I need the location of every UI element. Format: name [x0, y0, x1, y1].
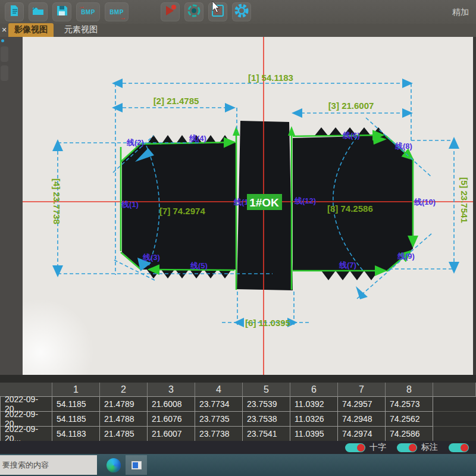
camera-image-view[interactable]: [1] 54.1183 [2] 21.4785 [3] 21.6007 [4] … [23, 37, 473, 375]
table-cell: 23.7539 [243, 397, 290, 412]
crosshair-toggle[interactable] [345, 443, 365, 452]
tab-element-view[interactable]: 元素视图 [58, 23, 104, 37]
table-cell: 23.7738 [195, 427, 243, 441]
row-timestamp: 2022-09-20... [0, 427, 52, 441]
table-cell: 54.1183 [52, 427, 100, 441]
application-window: → BMP BMP → [0, 0, 476, 476]
mouse-cursor-icon [212, 1, 221, 16]
main-area: [1] 54.1183 [2] 21.4785 [3] 21.6007 [4] … [0, 37, 476, 375]
open-folder-icon [32, 4, 45, 20]
line-4-label[interactable]: 线(4) [189, 134, 206, 143]
annotation-toggle[interactable] [397, 443, 417, 452]
bmp-import-button[interactable]: → BMP [76, 2, 100, 21]
save-icon [55, 4, 68, 20]
active-app-button[interactable] [126, 455, 147, 475]
dimension-1-label[interactable]: [1] 54.1183 [248, 73, 293, 83]
table-cell: 21.4785 [100, 427, 148, 441]
dimension-4-label[interactable]: [4] 23.7738 [52, 178, 62, 224]
tab-image-view[interactable]: 影像视图 [8, 23, 54, 37]
panel-button[interactable] [1, 46, 8, 62]
dimension-5-label[interactable]: [5] 23.7541 [459, 177, 469, 223]
results-table-section: 1 2 3 4 5 6 7 8 2022-09-20... 54.1185 21… [0, 375, 476, 441]
table-cell: 11.0395 [290, 427, 338, 441]
line-7-label[interactable]: 线(7) [339, 261, 356, 270]
table-cell: 23.7538 [243, 412, 290, 427]
left-panel-strip [0, 37, 23, 375]
windows-taskbar: 要搜索的内容 [0, 454, 476, 476]
table-cell: 23.7735 [195, 412, 243, 427]
right-edge-strip [473, 37, 476, 375]
line-10-label[interactable]: 线(10) [414, 198, 436, 206]
app-window-icon [131, 461, 142, 469]
table-cell: 54.1185 [52, 397, 100, 412]
aperture-icon [187, 4, 201, 20]
column-header: 6 [290, 383, 338, 397]
panel-button[interactable] [1, 65, 8, 81]
line-2-label[interactable]: 线(2) [126, 138, 144, 147]
column-header: 7 [338, 383, 386, 397]
bmp-export-button[interactable]: BMP → [105, 2, 129, 21]
view-tabbar: ✕ 影像视图 元素视图 [0, 24, 476, 37]
line-1-label[interactable]: 线(1) [121, 200, 139, 209]
table-cell: 21.6076 [148, 412, 195, 427]
bmp-import-icon: BMP [81, 9, 95, 15]
dimension-6-label[interactable]: [6] 11.0395 [245, 318, 290, 328]
new-file-icon [8, 4, 21, 20]
open-file-button[interactable] [29, 2, 48, 21]
settings-gear-icon [234, 3, 249, 21]
column-header: 1 [52, 383, 100, 397]
arrow-right-icon: → [120, 14, 126, 21]
table-cell: 11.0392 [290, 397, 338, 412]
search-input[interactable]: 要搜索的内容 [0, 455, 97, 475]
table-cell: 11.0326 [290, 412, 338, 427]
new-file-button[interactable] [5, 2, 24, 21]
table-cell: 21.6007 [148, 427, 195, 441]
annotation-toggle-label: 标注 [421, 442, 438, 453]
column-header: 5 [243, 383, 290, 397]
table-cell: 74.2974 [338, 427, 386, 441]
line-9-label[interactable]: 线(9) [397, 252, 415, 261]
table-cell: 74.2573 [386, 397, 433, 412]
run-capture-button[interactable] [161, 2, 180, 21]
extra-toggle[interactable] [449, 443, 469, 452]
line-12-label[interactable]: 线(12) [294, 196, 316, 205]
line-3-label[interactable]: 线(3) [142, 253, 160, 262]
dimension-8-label[interactable]: [8] 74.2586 [327, 203, 373, 214]
table-cell: 21.4789 [100, 397, 148, 412]
status-badge-text: 1#OK [249, 196, 279, 209]
table-cell: 74.2562 [386, 412, 433, 427]
table-cell: 23.7541 [243, 427, 290, 441]
status-dot-icon [1, 39, 4, 42]
dimension-2-label[interactable]: [2] 21.4785 [154, 96, 199, 106]
table-cell: 54.1185 [52, 412, 100, 427]
machining-mode-label: 精加 [452, 7, 474, 18]
column-header: 2 [100, 383, 148, 397]
table-cell: 74.2586 [386, 427, 433, 441]
save-button[interactable] [52, 2, 71, 21]
run-capture-icon [163, 4, 177, 20]
line-5-label[interactable]: 线(5) [190, 261, 208, 270]
column-header: 4 [195, 383, 243, 397]
table-cell: 23.7734 [195, 397, 243, 412]
line-6-label[interactable]: 线(6) [342, 131, 360, 140]
arrow-right-icon: → [79, 3, 85, 10]
table-cell: 74.2948 [338, 412, 386, 427]
camera-aperture-button[interactable] [184, 2, 203, 21]
settings-button[interactable] [232, 2, 251, 21]
status-badge: 1#OK [247, 194, 282, 210]
toolbar: → BMP BMP → [0, 0, 476, 24]
line-8-label[interactable]: 线(8) [394, 142, 412, 151]
table-cell: 21.4788 [100, 412, 148, 427]
crosshair-toggle-label: 十字 [369, 442, 386, 453]
dimension-7-label[interactable]: [7] 74.2974 [159, 206, 205, 216]
dimension-3-label[interactable]: [3] 21.6007 [328, 101, 374, 111]
column-header: 3 [148, 383, 195, 397]
table-cell: 74.2957 [338, 397, 386, 412]
edge-browser-icon[interactable] [107, 458, 121, 472]
column-header: 8 [386, 383, 433, 397]
results-table[interactable]: 1 2 3 4 5 6 7 8 2022-09-20... 54.1185 21… [0, 383, 476, 441]
close-icon[interactable]: ✕ [0, 26, 8, 37]
display-options-bar: 十字 标注 [0, 441, 476, 454]
table-cell: 21.6008 [148, 397, 195, 412]
column-header [433, 383, 476, 397]
